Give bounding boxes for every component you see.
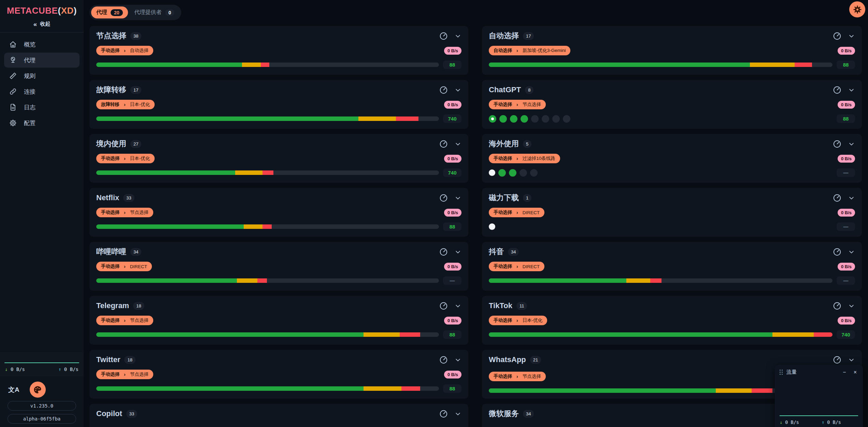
sidebar-item-config[interactable]: 配置 xyxy=(4,115,80,130)
expand-group-button[interactable] xyxy=(454,302,461,309)
sidebar: METACUBE(XD) « 收起 概览代理规则连接日志配置 ↓ 0 B/s ↑… xyxy=(0,0,84,427)
group-latency: — xyxy=(837,222,855,231)
tab-proxy-providers[interactable]: 代理提供者0 xyxy=(129,6,180,18)
proxy-count-badge: 38 xyxy=(130,32,141,40)
sidebar-item-label: 连接 xyxy=(24,88,35,96)
latency-test-button[interactable] xyxy=(833,31,842,41)
expand-group-button[interactable] xyxy=(848,302,855,309)
selected-proxy-pill[interactable]: 手动选择 › 日本-优化 xyxy=(489,316,547,325)
collapse-label: 收起 xyxy=(40,21,50,27)
proxy-group-name: 故障转移 xyxy=(96,85,126,94)
expand-group-button[interactable] xyxy=(848,140,855,148)
proxy-count-badge: 1 xyxy=(523,194,531,202)
close-panel-button[interactable]: × xyxy=(852,369,858,375)
proxy-count-badge: 34 xyxy=(508,248,519,256)
latency-test-button[interactable] xyxy=(833,247,842,257)
sidebar-item-label: 日志 xyxy=(24,104,35,111)
expand-group-button[interactable] xyxy=(454,140,461,148)
selected-proxy-pill[interactable]: 手动选择 › DIRECT xyxy=(489,262,544,271)
selected-proxy-pill[interactable]: 故障转移 › 日本-优化 xyxy=(96,100,155,109)
sidebar-item-proxies[interactable]: 代理 xyxy=(4,53,80,68)
expand-group-button[interactable] xyxy=(454,356,461,363)
speed-badge: 0 B/s xyxy=(838,101,855,109)
latency-test-button[interactable] xyxy=(833,355,842,364)
latency-test-button[interactable] xyxy=(439,193,448,203)
latency-test-button[interactable] xyxy=(439,409,448,418)
bar-segment-good xyxy=(96,170,235,175)
logo-text: METACUBE xyxy=(7,5,58,16)
latency-test-button[interactable] xyxy=(833,85,842,95)
proxy-group-card[interactable]: 境内使用 27 手动选择 › 日本-优化 0 B/s xyxy=(89,134,468,183)
latency-test-button[interactable] xyxy=(439,355,448,364)
expand-group-button[interactable] xyxy=(454,410,461,417)
gauge-icon xyxy=(833,139,842,149)
sidebar-item-logs[interactable]: 日志 xyxy=(4,100,80,115)
expand-group-button[interactable] xyxy=(454,248,461,256)
latency-test-button[interactable] xyxy=(439,247,448,257)
proxy-group-card[interactable]: 节点选择 38 手动选择 › 自动选择 0 B/s xyxy=(89,26,468,75)
core-version-button[interactable]: v1.235.0 xyxy=(8,401,76,411)
minimize-panel-button[interactable]: − xyxy=(841,369,847,375)
latency-test-button[interactable] xyxy=(439,301,448,311)
traffic-chart-area xyxy=(780,375,858,415)
expand-group-button[interactable] xyxy=(848,356,855,363)
proxy-group-card[interactable]: 抖音 34 手动选择 › DIRECT 0 B/s xyxy=(482,242,862,291)
sidebar-item-rules[interactable]: 规则 xyxy=(4,68,80,83)
proxy-group-card[interactable]: 磁力下载 1 手动选择 › DIRECT 0 B/s — xyxy=(482,188,862,237)
selected-proxy-pill[interactable]: 手动选择 › 节点选择 xyxy=(489,372,546,381)
selected-proxy-pill[interactable]: 手动选择 › 节点选择 xyxy=(489,100,546,109)
gear-icon xyxy=(853,5,862,14)
selected-proxy-pill[interactable]: 手动选择 › 过滤掉10条线路 xyxy=(489,154,560,163)
settings-button[interactable] xyxy=(849,1,865,17)
drag-handle-icon[interactable] xyxy=(780,370,783,375)
latency-test-button[interactable] xyxy=(833,301,842,311)
proxy-group-card[interactable]: 自动选择 17 自动选择 › 新加坡-优化3-Gemini 0 B/s xyxy=(482,26,862,75)
selected-proxy-pill[interactable]: 手动选择 › 日本-优化 xyxy=(96,154,155,163)
gauge-icon xyxy=(833,355,842,364)
proxy-group-card[interactable]: 哔哩哔哩 34 手动选择 › DIRECT 0 B/s xyxy=(89,242,468,291)
proxy-group-card[interactable]: Netflix 33 手动选择 › 节点选择 0 B/s xyxy=(89,188,468,237)
palette-icon xyxy=(33,385,42,395)
latency-test-button[interactable] xyxy=(833,139,842,149)
expand-group-button[interactable] xyxy=(454,32,461,40)
latency-test-button[interactable] xyxy=(833,193,842,203)
bar-segment-good xyxy=(489,278,626,283)
selected-proxy-pill[interactable]: 自动选择 › 新加坡-优化3-Gemini xyxy=(489,46,570,55)
collapse-sidebar-button[interactable]: « 收起 xyxy=(33,21,51,27)
expand-group-button[interactable] xyxy=(454,86,461,94)
selected-proxy-pill[interactable]: 手动选择 › 自动选择 xyxy=(96,46,153,55)
proxy-group-card[interactable]: 海外使用 5 手动选择 › 过滤掉10条线路 0 B/s — xyxy=(482,134,862,183)
expand-group-button[interactable] xyxy=(454,194,461,202)
expand-group-button[interactable] xyxy=(848,86,855,94)
chevron-right-icon: › xyxy=(124,264,126,269)
chevron-right-icon: › xyxy=(516,318,518,323)
theme-palette-button[interactable] xyxy=(30,382,46,398)
proxy-group-card[interactable]: ChatGPT 8 手动选择 › 节点选择 0 B/s 88 xyxy=(482,80,862,129)
selected-proxy-pill[interactable]: 手动选择 › DIRECT xyxy=(96,262,152,271)
latency-test-button[interactable] xyxy=(439,139,448,149)
language-icon[interactable]: 文A xyxy=(8,385,19,394)
selected-proxy-pill[interactable]: 手动选择 › 节点选择 xyxy=(96,316,153,325)
chevron-down-icon xyxy=(454,32,461,40)
app-version-button[interactable]: alpha-06f5fba xyxy=(8,414,76,424)
proxy-group-card[interactable]: 故障转移 17 故障转移 › 日本-优化 0 B/s xyxy=(89,80,468,129)
gauge-icon xyxy=(439,31,448,41)
expand-group-button[interactable] xyxy=(848,194,855,202)
sidebar-item-overview[interactable]: 概览 xyxy=(4,37,80,52)
sidebar-item-connections[interactable]: 连接 xyxy=(4,84,80,99)
tab-count-badge: 20 xyxy=(111,9,123,16)
tab-proxies[interactable]: 代理20 xyxy=(91,6,128,18)
latency-test-button[interactable] xyxy=(439,85,448,95)
proxy-group-card[interactable]: TikTok 11 手动选择 › 日本-优化 0 B/s xyxy=(482,296,862,345)
topbar: 代理20代理提供者0 xyxy=(84,0,868,23)
expand-group-button[interactable] xyxy=(848,32,855,40)
chevron-down-icon xyxy=(848,356,855,363)
selected-proxy-pill[interactable]: 手动选择 › 节点选择 xyxy=(96,208,153,217)
proxy-group-card[interactable]: Telegram 18 手动选择 › 节点选择 0 B/s xyxy=(89,296,468,345)
proxy-group-card[interactable]: Twitter 18 手动选择 › 节点选择 0 B/s xyxy=(89,350,468,399)
selected-proxy-pill[interactable]: 手动选择 › 节点选择 xyxy=(96,370,153,379)
proxy-group-card[interactable]: Copilot 33 xyxy=(89,404,468,427)
selected-proxy-pill[interactable]: 手动选择 › DIRECT xyxy=(489,208,544,217)
expand-group-button[interactable] xyxy=(848,248,855,256)
latency-test-button[interactable] xyxy=(439,31,448,41)
